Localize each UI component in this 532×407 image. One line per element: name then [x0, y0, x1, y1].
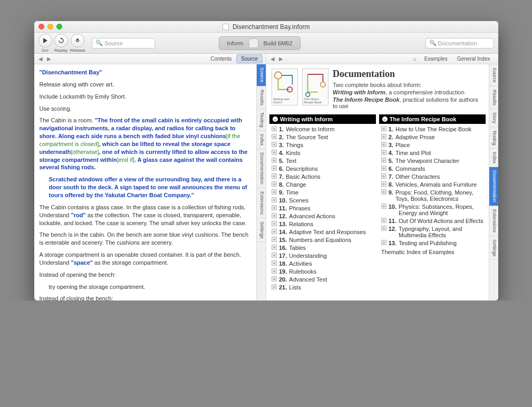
sidetab-extensions[interactable]: Extensions — [489, 206, 498, 236]
expand-icon[interactable]: + — [272, 245, 277, 250]
doc-chapter-link[interactable]: +10.Physics: Substances, Ropes, Energy a… — [381, 202, 483, 217]
tab-source[interactable]: Source — [236, 54, 263, 63]
doc-chapter-link[interactable]: +12.Advanced Actions — [272, 212, 374, 220]
expand-icon[interactable]: + — [272, 205, 277, 210]
expand-icon[interactable]: + — [381, 181, 386, 187]
doc-chapter-link[interactable]: +7.Basic Actions — [272, 172, 374, 180]
doc-chapter-link[interactable]: +5.Text — [272, 157, 374, 164]
sidetab-documentation[interactable]: Documentation — [257, 149, 266, 188]
tab-examples[interactable]: Examples — [420, 54, 452, 63]
expand-icon[interactable]: + — [272, 253, 277, 258]
doc-chapter-link[interactable]: +7.Other Characters — [381, 172, 483, 180]
expand-icon[interactable]: + — [272, 276, 277, 282]
expand-icon[interactable]: + — [272, 189, 277, 195]
sidetab-testing[interactable]: Testing — [489, 127, 498, 149]
expand-icon[interactable]: + — [272, 197, 277, 202]
doc-chapter-link[interactable]: +8.Change — [272, 180, 374, 188]
sidetab-extensions[interactable]: Extensions — [257, 188, 266, 218]
expand-icon[interactable]: + — [381, 189, 386, 195]
collapse-icon[interactable]: – — [382, 117, 388, 122]
expand-icon[interactable]: + — [381, 218, 386, 223]
doc-search[interactable]: 🔍 Documentation — [425, 38, 494, 49]
source-search[interactable]: 🔍 Source — [92, 38, 155, 49]
expand-icon[interactable]: + — [381, 204, 386, 209]
expand-icon[interactable]: + — [272, 150, 277, 155]
doc-chapter-link[interactable]: +9.Props: Food, Clothing, Money, Toys, B… — [381, 188, 483, 202]
sidetab-settings[interactable]: Settings — [489, 236, 498, 260]
expand-icon[interactable]: + — [381, 226, 386, 231]
doc-chapter-link[interactable]: +18.Activities — [272, 259, 374, 267]
go-button[interactable] — [38, 34, 52, 47]
expand-icon[interactable]: + — [272, 221, 277, 226]
sidetab-source[interactable]: Source — [257, 64, 266, 86]
expand-icon[interactable]: + — [272, 268, 277, 274]
tab-general-index[interactable]: General Index — [452, 54, 495, 63]
doc-chapter-link[interactable]: +11.Phrases — [272, 204, 374, 212]
expand-icon[interactable]: + — [272, 237, 277, 242]
expand-icon[interactable]: + — [381, 173, 386, 179]
back-icon[interactable]: ◀ — [269, 56, 276, 62]
doc-chapter-link[interactable]: +6.Commands — [381, 164, 483, 172]
doc-chapter-link[interactable]: +10.Scenes — [272, 196, 374, 204]
sidetab-source[interactable]: Source — [489, 64, 498, 86]
expand-icon[interactable]: + — [272, 173, 277, 179]
expand-icon[interactable]: + — [272, 229, 277, 234]
doc-chapter-link[interactable]: +11.Out Of World Actions and Effects — [381, 217, 483, 225]
fwd-icon[interactable]: ▶ — [46, 56, 52, 62]
doc-chapter-link[interactable]: +1.How to Use The Recipe Book — [381, 125, 483, 133]
expand-icon[interactable]: + — [381, 134, 386, 139]
doc-chapter-link[interactable]: +13.Relations — [272, 220, 374, 228]
expand-icon[interactable]: + — [272, 158, 277, 163]
doc-chapter-link[interactable]: +14.Adaptive Text and Responses — [272, 228, 374, 236]
sidetab-results[interactable]: Results — [257, 86, 266, 109]
sidetab-results[interactable]: Results — [489, 86, 498, 109]
doc-chapter-link[interactable]: +20.Advanced Text — [272, 275, 374, 283]
doc-chapter-link[interactable]: +1.Welcome to Inform — [272, 125, 374, 133]
doc-chapter-link[interactable]: +6.Descriptions — [272, 164, 374, 172]
doc-chapter-link[interactable]: +2.The Source Text — [272, 133, 374, 141]
expand-icon[interactable]: + — [272, 166, 277, 171]
expand-icon[interactable]: + — [381, 158, 386, 163]
replay-button[interactable] — [54, 34, 68, 47]
sidetab-story[interactable]: Story — [489, 109, 498, 127]
expand-icon[interactable]: + — [272, 260, 277, 266]
expand-icon[interactable]: + — [272, 181, 277, 187]
sidetab-documentation[interactable]: Documentation — [489, 167, 498, 206]
doc-chapter-link[interactable]: +16.Tables — [272, 244, 374, 251]
doc-chapter-link[interactable]: +13.Testing and Publishing — [381, 239, 483, 247]
thematic-index-link[interactable]: Thematic Index of Examples — [379, 248, 486, 256]
source-editor[interactable]: "Disenchantment Bay" Release along with … — [34, 64, 257, 301]
expand-icon[interactable]: + — [272, 126, 277, 131]
sidetab-testing[interactable]: Testing — [257, 109, 266, 131]
doc-chapter-link[interactable]: +4.Time and Plot — [381, 149, 483, 157]
doc-chapter-link[interactable]: +4.Kinds — [272, 149, 374, 157]
back-icon[interactable]: ◀ — [37, 56, 44, 62]
doc-chapter-link[interactable]: +3.Things — [272, 141, 374, 149]
doc-chapter-link[interactable]: +8.Vehicles, Animals and Furniture — [381, 180, 483, 188]
expand-icon[interactable]: + — [381, 126, 386, 131]
sidetab-index[interactable]: Index — [489, 149, 498, 167]
doc-chapter-link[interactable]: +12.Typography, Layout, and Multimedia E… — [381, 225, 483, 239]
doc-chapter-link[interactable]: +3.Place — [381, 141, 483, 149]
expand-icon[interactable]: + — [381, 150, 386, 155]
fwd-icon[interactable]: ▶ — [278, 56, 284, 62]
expand-icon[interactable]: + — [272, 284, 277, 289]
doc-chapter-link[interactable]: +17.Understanding — [272, 251, 374, 259]
sidetab-settings[interactable]: Settings — [257, 218, 266, 243]
home-icon[interactable]: ⌂ — [413, 56, 417, 62]
tab-contents[interactable]: Contents — [206, 54, 236, 63]
doc-chapter-link[interactable]: +21.Lists — [272, 283, 374, 291]
doc-chapter-link[interactable]: +2.Adaptive Prose — [381, 133, 483, 141]
sidetab-index[interactable]: Index — [257, 131, 266, 149]
book-thumb-wwi[interactable]: Writing with Inform — [272, 69, 298, 105]
expand-icon[interactable]: + — [272, 213, 277, 218]
expand-icon[interactable]: + — [272, 134, 277, 139]
expand-icon[interactable]: + — [381, 166, 386, 171]
release-button[interactable] — [71, 34, 84, 47]
doc-chapter-link[interactable]: +19.Rulebooks — [272, 267, 374, 275]
doc-chapter-link[interactable]: +15.Numbers and Equations — [272, 236, 374, 244]
collapse-icon[interactable]: – — [273, 117, 278, 122]
book-thumb-recipe[interactable]: The Inform Recipe Book — [302, 69, 328, 105]
doc-chapter-link[interactable]: +5.The Viewpoint Character — [381, 157, 483, 164]
expand-icon[interactable]: + — [272, 142, 277, 147]
